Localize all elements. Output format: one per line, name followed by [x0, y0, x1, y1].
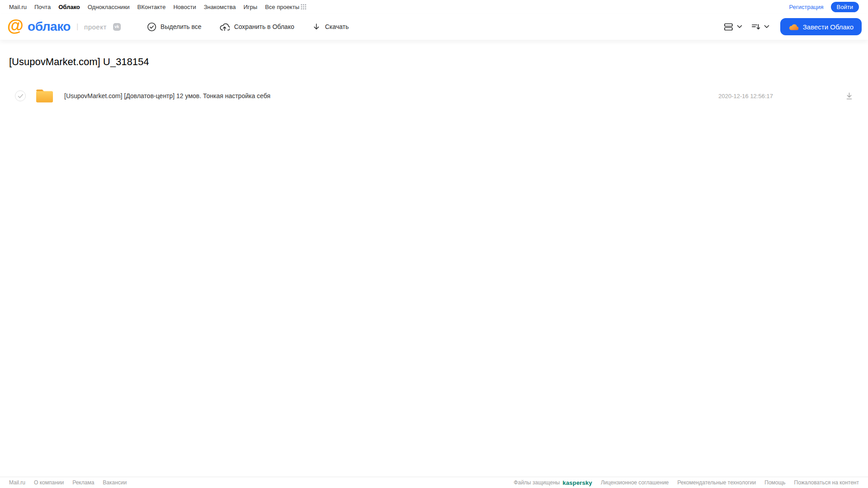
cloud-logo-text: облако: [28, 19, 71, 34]
vk-logo-icon: vk: [113, 23, 121, 31]
portal-nav-link[interactable]: Одноклассники: [88, 4, 130, 10]
all-projects-grid-icon[interactable]: [300, 4, 307, 10]
portal-nav-links: Mail.ru Почта Облако Одноклассники ВКонт…: [9, 4, 299, 10]
file-name-link[interactable]: [UsupovMarket.com] [Довлатов-центр] 12 у…: [64, 92, 270, 99]
project-label: проект: [84, 23, 107, 31]
footer-link[interactable]: Рекомендательные технологии: [678, 479, 756, 486]
chevron-down-icon: [764, 25, 769, 28]
footer-right-links: Файлы защищены kaspersky Лицензионное со…: [514, 479, 859, 486]
register-link[interactable]: Регистрация: [789, 4, 824, 10]
login-button[interactable]: Войти: [831, 2, 859, 12]
header-right-controls: Завести Облако: [724, 18, 862, 35]
cloud-logo[interactable]: @ облако | проект vk: [7, 19, 121, 34]
mailru-at-icon: @: [7, 18, 24, 34]
portal-nav-link[interactable]: Знакомства: [204, 4, 236, 10]
footer-link[interactable]: Лицензионное соглашение: [601, 479, 669, 486]
view-mode-control[interactable]: [724, 23, 742, 31]
orange-cloud-icon: [788, 23, 799, 31]
chevron-down-icon: [737, 25, 742, 28]
portal-nav-link[interactable]: Все проекты: [265, 4, 299, 10]
toolbar-actions: Выделить все Сохранить в Облако Скачать: [147, 22, 349, 32]
footer-link[interactable]: Реклама: [72, 479, 94, 486]
folder-icon: [35, 88, 54, 104]
file-list: [UsupovMarket.com] [Довлатов-центр] 12 у…: [0, 86, 868, 106]
save-to-cloud-label: Сохранить в Облако: [234, 23, 294, 30]
protected-by-label: Файлы защищены: [514, 479, 560, 486]
sort-control[interactable]: [751, 23, 769, 31]
file-row[interactable]: [UsupovMarket.com] [Довлатов-центр] 12 у…: [0, 86, 868, 106]
cloud-header: @ облако | проект vk Выделить все: [0, 14, 868, 40]
footer-link[interactable]: О компании: [34, 479, 64, 486]
download-arrow-icon: [312, 23, 321, 31]
portal-nav-link[interactable]: Почта: [34, 4, 51, 10]
footer-link[interactable]: Помощь: [764, 479, 785, 486]
get-cloud-button[interactable]: Завести Облако: [780, 18, 862, 35]
kaspersky-protection: Файлы защищены kaspersky: [514, 479, 592, 486]
page-title: [UsupovMarket.com] U_318154: [9, 56, 868, 68]
save-to-cloud-button[interactable]: Сохранить в Облако: [219, 22, 294, 32]
footer: Mail.ru О компании Реклама Вакансии Файл…: [0, 477, 868, 488]
portal-nav-right: Регистрация Войти: [789, 2, 859, 12]
download-label: Скачать: [325, 23, 349, 30]
footer-left-links: Mail.ru О компании Реклама Вакансии: [9, 479, 127, 486]
content-area: [UsupovMarket.com] U_318154: [0, 56, 868, 106]
list-view-icon: [724, 23, 734, 31]
footer-link[interactable]: Вакансии: [103, 479, 127, 486]
row-download-icon[interactable]: [845, 92, 854, 100]
portal-nav-link[interactable]: Mail.ru: [9, 4, 27, 10]
cloud-upload-icon: [219, 22, 230, 32]
select-all-button[interactable]: Выделить все: [147, 22, 202, 32]
row-checkbox[interactable]: [15, 90, 26, 101]
footer-right-list: Лицензионное соглашение Рекомендательные…: [601, 479, 859, 486]
footer-link[interactable]: Пожаловаться на контент: [794, 479, 859, 486]
get-cloud-label: Завести Облако: [803, 23, 854, 31]
sort-icon: [751, 23, 761, 31]
portal-nav-link[interactable]: Облако: [58, 4, 80, 10]
file-date: 2020-12-16 12:56:17: [718, 93, 773, 99]
select-all-label: Выделить все: [161, 23, 202, 30]
logo-divider: |: [76, 23, 78, 31]
portal-nav-link[interactable]: ВКонтакте: [138, 4, 166, 10]
check-circle-icon: [147, 22, 157, 32]
footer-link[interactable]: Mail.ru: [9, 479, 25, 486]
portal-nav-link[interactable]: Новости: [173, 4, 196, 10]
portal-nav-link[interactable]: Игры: [243, 4, 257, 10]
download-button[interactable]: Скачать: [312, 23, 349, 31]
portal-nav: Mail.ru Почта Облако Одноклассники ВКонт…: [0, 0, 868, 14]
kaspersky-logo[interactable]: kaspersky: [563, 479, 592, 486]
